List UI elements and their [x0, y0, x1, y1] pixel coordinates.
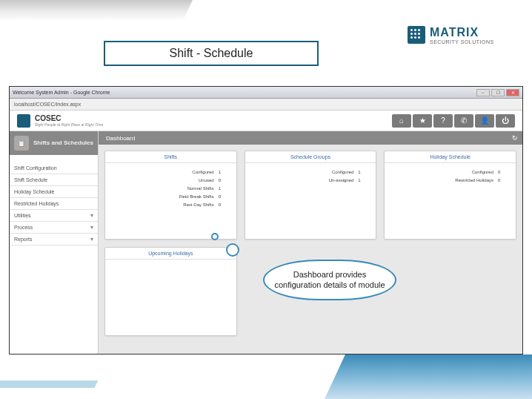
window-maximize-button[interactable]: ☐: [491, 89, 505, 96]
star-icon[interactable]: ★: [413, 114, 432, 128]
stat-normal-shifts: Normal Shifts1: [113, 184, 229, 192]
url-text: localhost/COSEC/Index.aspx: [14, 102, 81, 107]
card-holiday-schedule-title: Holiday Schedule: [385, 151, 516, 163]
callout-bubble-small: [211, 233, 219, 240]
address-bar[interactable]: localhost/COSEC/Index.aspx: [10, 99, 522, 111]
stat-sg-configured: Configured1: [253, 168, 369, 176]
callout-bubble-medium: [226, 243, 239, 257]
content-tab-dashboard[interactable]: Dashboard ↻: [99, 131, 522, 145]
chevron-down-icon: ▾: [90, 224, 93, 231]
sidebar-item-utilities[interactable]: Utilities▾: [10, 210, 98, 222]
stat-unused: Unused0: [113, 176, 229, 184]
sidebar: 📋 Shifts and Schedules Shift Configurati…: [10, 131, 99, 354]
app-brand-mark: [17, 114, 30, 128]
card-shifts: Shifts Configured1 Unused0 Normal Shifts…: [104, 151, 237, 240]
window-close-button[interactable]: ✕: [506, 89, 519, 96]
refresh-icon[interactable]: ↻: [512, 134, 518, 142]
card-upcoming-holidays: Upcoming Holidays: [104, 247, 237, 336]
sidebar-item-reports[interactable]: Reports▾: [10, 234, 98, 245]
chevron-down-icon: ▾: [90, 236, 93, 243]
callout-text: Dashboard provides configuration details…: [263, 260, 396, 300]
decorative-stripe-top: [0, 0, 193, 21]
stat-field-break-shifts: Field Break Shifts0: [113, 192, 229, 200]
phone-icon[interactable]: ✆: [454, 114, 473, 128]
home-icon[interactable]: ⌂: [392, 114, 411, 128]
card-schedule-groups-title: Schedule Groups: [245, 151, 376, 163]
stat-sg-unassigned: Un-assigned1: [253, 176, 369, 184]
power-icon[interactable]: ⏻: [496, 114, 515, 128]
decorative-stripe-bottom-left: [0, 380, 98, 388]
user-icon[interactable]: 👤: [475, 114, 494, 128]
sidebar-header-label: Shifts and Schedules: [33, 140, 93, 147]
app-brand: COSEC Right People at Right Place at Rig…: [17, 114, 103, 128]
sidebar-item-holiday-schedule[interactable]: Holiday Schedule: [10, 186, 98, 198]
sidebar-item-shift-configuration[interactable]: Shift Configuration: [10, 162, 98, 174]
app-brand-tagline: Right People at Right Place at Right Tim…: [35, 122, 103, 127]
content-tab-label: Dashboard: [106, 135, 135, 142]
browser-window: Welcome System Admin - Google Chrome – ☐…: [9, 86, 523, 355]
stat-configured: Configured1: [113, 168, 229, 176]
chevron-down-icon: ▾: [90, 212, 93, 219]
window-titlebar: Welcome System Admin - Google Chrome – ☐…: [10, 87, 522, 99]
card-schedule-groups: Schedule Groups Configured1 Un-assigned1: [245, 151, 377, 240]
window-minimize-button[interactable]: –: [476, 89, 490, 96]
app-brand-name: COSEC: [35, 114, 103, 122]
sidebar-item-restricted-holidays[interactable]: Restricted Holidays: [10, 198, 98, 210]
slide-title: Shift - Schedule: [104, 41, 319, 66]
brand-logo-mark: [408, 26, 425, 44]
app-header: COSEC Right People at Right Place at Rig…: [10, 111, 522, 131]
clipboard-icon: 📋: [14, 136, 29, 151]
annotation-callout: Dashboard provides configuration details…: [263, 260, 404, 304]
help-icon[interactable]: ?: [433, 114, 453, 128]
decorative-stripe-bottom: [325, 355, 532, 399]
window-title: Welcome System Admin - Google Chrome: [13, 90, 110, 95]
stat-hs-configured: Configured0: [392, 168, 508, 176]
card-shifts-title: Shifts: [105, 151, 236, 163]
sidebar-item-shift-schedule[interactable]: Shift Schedule: [10, 174, 98, 186]
sidebar-item-process[interactable]: Process▾: [10, 222, 98, 234]
card-holiday-schedule: Holiday Schedule Configured0 Restricted …: [384, 151, 516, 240]
stat-rest-day-shifts: Rest Day Shifts0: [113, 200, 229, 208]
brand-logo-sub: SECURITY SOLUTIONS: [430, 39, 494, 44]
sidebar-header[interactable]: 📋 Shifts and Schedules: [10, 131, 98, 155]
brand-logo: MATRIX SECURITY SOLUTIONS: [408, 21, 519, 49]
card-upcoming-title: Upcoming Holidays: [105, 248, 236, 260]
stat-hs-restricted: Restricted Holidays0: [392, 176, 508, 184]
brand-logo-name: MATRIX: [430, 26, 494, 39]
